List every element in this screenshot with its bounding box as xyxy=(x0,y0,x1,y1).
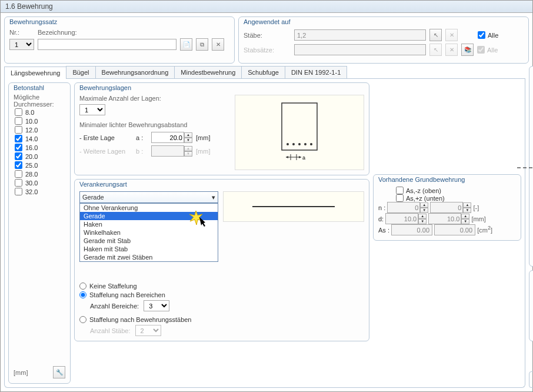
group-einstellungen: Einstellungen Bewehrungsvorschlag vorneh… xyxy=(529,270,533,341)
n-label: n : xyxy=(378,204,385,211)
d-label: d: xyxy=(378,215,384,222)
stabsaetze-input xyxy=(294,44,426,55)
n2-input[interactable]: ▲▼ xyxy=(430,202,471,213)
unit-label: [mm] xyxy=(196,148,210,155)
diameter-item[interactable]: 20.0 xyxy=(14,152,65,161)
group-querschnitt: Querschnitt 1 - Rechteck 250/500 Rechtec… xyxy=(529,66,533,267)
new-icon[interactable]: 📄 xyxy=(180,38,192,51)
tabbar: Längsbewehrung Bügel Bewehrungsanordnung… xyxy=(4,66,525,79)
chevron-down-icon: ▾ xyxy=(212,194,215,201)
a-input[interactable]: ▲▼ xyxy=(151,132,192,143)
tab-din[interactable]: DIN EN 1992-1-1 xyxy=(285,66,347,78)
max-lagen-select[interactable]: 1 xyxy=(79,104,105,115)
b-label: b : xyxy=(136,148,148,155)
copy-icon[interactable]: ⧉ xyxy=(196,38,208,51)
anzahl-bereiche-select[interactable]: 3 xyxy=(144,300,169,311)
max-lagen-label: Maximale Anzahl der Lagen: xyxy=(79,95,230,102)
svg-text:a: a xyxy=(302,155,305,161)
tab-mindest[interactable]: Mindestbewehrung xyxy=(174,66,242,78)
radio-keine-staffelung[interactable]: Keine Staffelung xyxy=(79,283,364,290)
d2-input[interactable]: ▲▼ xyxy=(428,213,469,224)
dropdown-item[interactable]: Winkelhaken xyxy=(80,228,218,237)
diameter-item[interactable]: 12.0 xyxy=(14,125,65,134)
dropdown-item[interactable]: Haken xyxy=(80,220,218,228)
verank-preview xyxy=(223,191,364,222)
edit-list-icon[interactable]: 🔧 xyxy=(53,366,65,378)
group-angewendet: Angewendet auf Stäbe: ↖ ✕ Alle Stabsätze… xyxy=(238,16,529,64)
d1-input[interactable]: ▲▼ xyxy=(385,213,427,224)
diameter-item[interactable]: 14.0 xyxy=(14,134,65,143)
unit-label: [mm] xyxy=(14,369,28,376)
unit-label: [mm] xyxy=(471,215,485,222)
radio-staffelung-staebe[interactable]: Staffelung nach Bewehrungsstäben xyxy=(79,316,364,323)
alle-staebe-check[interactable]: Alle xyxy=(478,31,498,39)
group-lagen: Bewehrungslagen Maximale Anzahl der Lage… xyxy=(74,82,369,175)
diameter-item[interactable]: 28.0 xyxy=(14,170,65,178)
diameter-list: 8.010.012.014.016.020.025.028.030.032.0 xyxy=(14,108,65,237)
as1-input xyxy=(391,224,432,235)
group-title: Bewehrungslagen xyxy=(79,84,364,91)
pick-icon: ↖ xyxy=(429,44,442,56)
pick-icon[interactable]: ↖ xyxy=(429,29,442,41)
group-verankerung: Verankerungsart Gerade ▾ Ohne Verankerun… xyxy=(74,179,369,341)
diameter-item[interactable]: 16.0 xyxy=(14,143,65,152)
dropdown-item[interactable]: Haken mit Stab xyxy=(80,245,218,253)
group-betonstahl: Betonstahl Mögliche Durchmesser: 8.010.0… xyxy=(8,82,71,384)
stabsaetze-label: Stabsätze: xyxy=(244,46,291,54)
svg-point-4 xyxy=(304,143,307,145)
b-input: ▲▼ xyxy=(151,145,192,157)
staebe-label: Stäbe: xyxy=(244,32,291,39)
alle-stabsaetze-check: Alle xyxy=(477,46,498,54)
bezeichnung-input[interactable] xyxy=(38,39,176,50)
lagen-preview: a xyxy=(235,95,364,170)
unit-label: [mm] xyxy=(196,134,210,141)
as-unten-check[interactable]: As,+z (unten) xyxy=(396,194,516,202)
diameter-item[interactable]: 30.0 xyxy=(14,178,65,187)
tab-schubfuge[interactable]: Schubfuge xyxy=(241,66,285,78)
library-icon[interactable]: 📚 xyxy=(461,44,474,56)
diameter-item[interactable]: 8.0 xyxy=(14,108,65,117)
nr-select[interactable]: 1 xyxy=(9,39,34,50)
erste-lage-label: - Erste Lage xyxy=(79,134,132,141)
group-bewehrungssatz: Bewehrungssatz Nr.: Bezeichnung: 1 📄 ⧉ ✕ xyxy=(4,16,235,64)
n1-input[interactable]: ▲▼ xyxy=(387,202,428,213)
dropdown-item[interactable]: Gerade mit zwei Stäben xyxy=(80,253,218,261)
diameter-item[interactable]: 32.0 xyxy=(14,187,65,196)
weitere-lagen-label: - Weitere Lagen xyxy=(79,148,132,155)
staebe-input[interactable] xyxy=(294,29,426,41)
moegliche-label: Mögliche xyxy=(14,94,65,101)
as-label: As : xyxy=(378,227,389,234)
svg-point-1 xyxy=(287,143,289,145)
window-title: 1.6 Bewehrung xyxy=(1,1,532,13)
group-title: Vorhandene Grundbewehrung xyxy=(378,176,516,183)
dropdown-item[interactable]: Gerade mit Stab xyxy=(80,237,218,245)
delete-icon[interactable]: ✕ xyxy=(212,38,224,51)
min-abstand-label: Minimaler lichter Bewehrungsabstand xyxy=(79,121,230,128)
dropdown-item[interactable]: Ohne Verankerung xyxy=(80,204,218,212)
clear-icon: ✕ xyxy=(445,44,458,56)
dropdown-item[interactable]: Gerade xyxy=(80,212,218,220)
as-oben-check[interactable]: As,-z (oben) xyxy=(396,187,516,194)
anzahl-staebe-select: 2 xyxy=(135,325,161,336)
group-title: Verankerungsart xyxy=(79,181,364,188)
anzahl-staebe-label: Anzahl Stäbe: xyxy=(90,327,131,334)
dropdown-list[interactable]: Ohne VerankerungGeradeHakenWinkelhakenGe… xyxy=(79,203,218,262)
tab-laengsbewehrung[interactable]: Längsbewehrung xyxy=(4,67,66,79)
group-grundbewehrung: Vorhandene Grundbewehrung As,-z (oben) A… xyxy=(373,174,521,241)
clear-icon: ✕ xyxy=(445,29,458,41)
verankerung-dropdown[interactable]: Gerade ▾ xyxy=(79,191,218,203)
a-label: a : xyxy=(136,134,148,141)
durchmesser-label: Durchmesser: xyxy=(14,101,65,108)
diameter-item[interactable]: 25.0 xyxy=(14,161,65,170)
svg-point-3 xyxy=(298,143,301,145)
footer-right: ◧ ◨ xyxy=(529,371,533,388)
svg-point-2 xyxy=(292,143,295,145)
tab-buegel[interactable]: Bügel xyxy=(66,66,95,78)
unit-label: [cm2] xyxy=(477,227,492,234)
diameter-item[interactable]: 10.0 xyxy=(14,117,65,125)
group-title: Angewendet auf xyxy=(244,18,524,25)
tab-anordnung[interactable]: Bewehrungsanordnung xyxy=(95,66,175,78)
group-title: Bewehrungssatz xyxy=(9,18,229,25)
bezeichnung-label: Bezeichnung: xyxy=(38,29,77,36)
radio-staffelung-bereiche[interactable]: Staffelung nach Bereichen xyxy=(79,291,364,298)
